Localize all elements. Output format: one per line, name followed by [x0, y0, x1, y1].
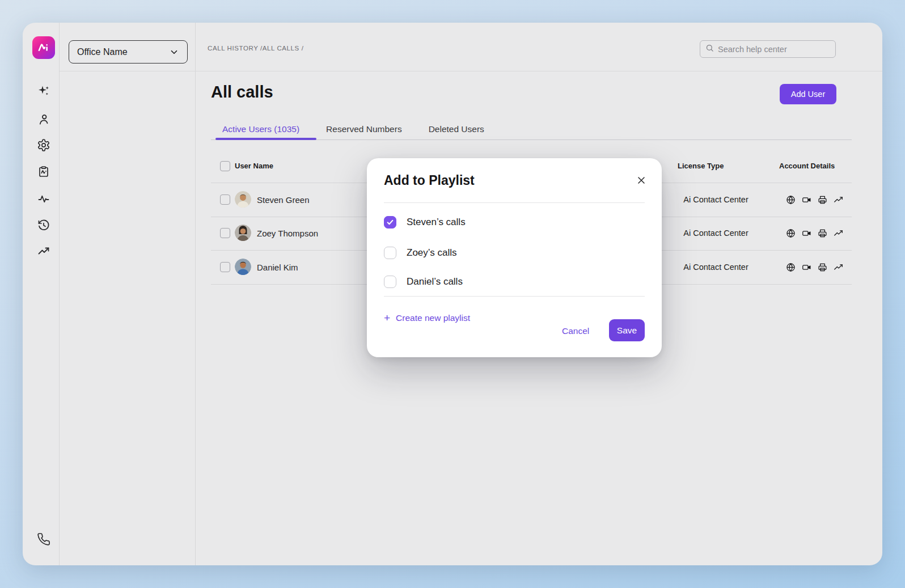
checkbox[interactable]	[384, 247, 396, 259]
ai-notes-icon[interactable]	[37, 165, 50, 179]
column-header-license-type: License Type	[678, 162, 724, 170]
globe-icon[interactable]	[786, 195, 796, 205]
user-name: Zoey Thompson	[257, 229, 318, 238]
search-input[interactable]	[718, 45, 830, 54]
column-header-account-details: Account Details	[779, 162, 835, 170]
trending-up-icon[interactable]	[834, 195, 843, 205]
account-details-icons	[786, 263, 843, 272]
printer-icon[interactable]	[818, 263, 827, 272]
playlist-option-2[interactable]: Daniel’s calls	[384, 276, 463, 288]
modal-divider	[384, 296, 645, 297]
header-divider	[60, 71, 882, 71]
printer-icon[interactable]	[818, 229, 827, 238]
avatar	[235, 259, 251, 275]
playlist-option-label: Daniel’s calls	[407, 276, 463, 287]
modal-title: Add to Playlist	[384, 173, 475, 188]
globe-icon[interactable]	[786, 263, 796, 272]
help-search[interactable]	[700, 40, 836, 58]
video-camera-icon[interactable]	[802, 195, 811, 205]
page-title: All calls	[211, 83, 273, 101]
printer-icon[interactable]	[818, 195, 827, 205]
save-button[interactable]: Save	[609, 319, 645, 341]
create-new-playlist-label: Create new playlist	[396, 313, 470, 323]
video-camera-icon[interactable]	[802, 229, 811, 238]
desktop-background: Office Name CALL HISTORY /ALL CALLS / Al…	[0, 0, 905, 588]
user-icon[interactable]	[37, 113, 50, 126]
playlist-option-1[interactable]: Zoey’s calls	[384, 247, 457, 259]
history-icon[interactable]	[37, 218, 50, 232]
account-details-icons	[786, 229, 843, 238]
user-name: Daniel Kim	[257, 263, 298, 272]
column-header-user-name: User Name	[235, 162, 273, 170]
license-type: Ai Contact Center	[675, 195, 757, 204]
tab-reserved-numbers[interactable]: Reserved Numbers	[322, 121, 407, 138]
plus-icon: +	[384, 312, 390, 323]
avatar	[235, 191, 251, 208]
playlist-option-0[interactable]: Steven’s calls	[384, 216, 466, 229]
checkbox[interactable]	[384, 216, 396, 229]
trending-up-icon[interactable]	[834, 229, 843, 238]
video-camera-icon[interactable]	[802, 263, 811, 272]
modal-divider	[384, 202, 645, 203]
add-user-button[interactable]: Add User	[780, 84, 836, 104]
close-icon[interactable]	[636, 175, 647, 186]
active-tab-underline	[215, 138, 316, 140]
row-checkbox[interactable]	[220, 194, 230, 205]
ai-logo[interactable]	[32, 36, 55, 59]
phone-icon[interactable]	[37, 532, 50, 546]
office-selector[interactable]: Office Name	[69, 40, 188, 64]
license-type: Ai Contact Center	[675, 263, 757, 272]
icon-rail	[23, 23, 60, 565]
tab-deleted-users[interactable]: Deleted Users	[424, 121, 489, 138]
sparkles-icon[interactable]	[37, 84, 50, 98]
add-to-playlist-modal: Add to Playlist Steven’s calls Zoey’s ca…	[367, 158, 662, 357]
cancel-button[interactable]: Cancel	[562, 326, 589, 336]
ai-logo-glyph	[36, 40, 51, 55]
globe-icon[interactable]	[786, 229, 796, 238]
checkbox[interactable]	[384, 276, 396, 288]
row-checkbox[interactable]	[220, 228, 230, 238]
search-icon	[705, 44, 714, 54]
breadcrumb: CALL HISTORY /ALL CALLS /	[208, 45, 303, 52]
playlist-option-label: Steven’s calls	[407, 217, 466, 228]
tab-active-users[interactable]: Active Users (1035)	[218, 121, 304, 138]
select-all-checkbox[interactable]	[220, 161, 230, 171]
trending-up-icon[interactable]	[37, 244, 50, 258]
tab-bar: Active Users (1035) Reserved Numbers Del…	[218, 121, 489, 138]
side-panel	[60, 23, 196, 565]
office-selector-label: Office Name	[77, 47, 128, 57]
avatar	[235, 225, 251, 241]
gear-icon[interactable]	[37, 138, 50, 152]
create-new-playlist-link[interactable]: + Create new playlist	[384, 312, 470, 323]
playlist-option-label: Zoey’s calls	[407, 247, 457, 259]
check-icon	[386, 218, 394, 226]
trending-up-icon[interactable]	[834, 263, 843, 272]
user-name: Steven Green	[257, 195, 310, 205]
app-window: Office Name CALL HISTORY /ALL CALLS / Al…	[23, 23, 882, 565]
row-checkbox[interactable]	[220, 262, 230, 272]
account-details-icons	[786, 195, 843, 205]
license-type: Ai Contact Center	[675, 229, 757, 238]
chevron-down-icon	[169, 47, 179, 57]
activity-icon[interactable]	[37, 192, 50, 206]
